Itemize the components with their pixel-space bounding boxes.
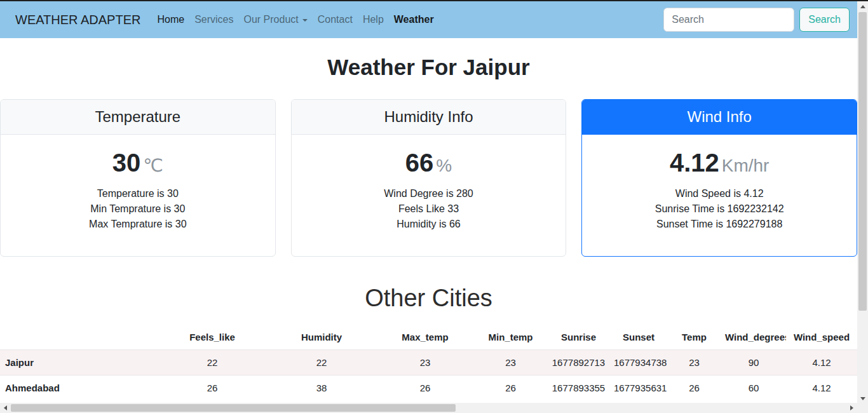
table-cell: 26 bbox=[474, 376, 547, 401]
humidity-line: Wind Degree is 280 bbox=[302, 186, 556, 201]
table-row: Ahmedabad 26 38 26 26 1677893355 1677935… bbox=[0, 376, 857, 401]
wind-value: 4.12 bbox=[670, 149, 719, 177]
temperature-card-header: Temperature bbox=[1, 100, 275, 135]
humidity-card-body: 66% Wind Degree is 280 Feels Like 33 Hum… bbox=[292, 135, 566, 256]
table-cell: 26 bbox=[376, 376, 474, 401]
table-header-feels-like: Feels_like bbox=[158, 325, 267, 350]
wind-card-header: Wind Info bbox=[582, 100, 857, 135]
other-cities-title: Other Cities bbox=[0, 285, 857, 312]
table-cell: 26 bbox=[667, 376, 721, 401]
table-header-wind-degrees: Wind_degrees bbox=[721, 325, 786, 350]
table-cell: 23 bbox=[667, 350, 721, 376]
table-header-city bbox=[0, 325, 158, 350]
vertical-scrollbar-thumb[interactable] bbox=[858, 12, 867, 311]
scroll-right-button[interactable] bbox=[846, 403, 857, 413]
wind-line: Wind Speed is 4.12 bbox=[592, 186, 846, 201]
arrow-left-icon bbox=[4, 405, 7, 410]
page-title: Weather For Jaipur bbox=[0, 55, 857, 80]
browser-viewport: WEATHER ADAPTER Home Services Our Produc… bbox=[0, 0, 868, 413]
humidity-card: Humidity Info 66% Wind Degree is 280 Fee… bbox=[291, 99, 567, 257]
temperature-card: Temperature 30℃ Temperature is 30 Min Te… bbox=[0, 99, 276, 257]
table-cell: 23 bbox=[376, 350, 474, 376]
table-header-sunset: Sunset bbox=[610, 325, 667, 350]
horizontal-scrollbar[interactable] bbox=[0, 403, 857, 413]
table-cell: 23 bbox=[474, 350, 547, 376]
table-row: Jaipur 22 22 23 23 1677892713 1677934738… bbox=[0, 350, 857, 376]
search-input[interactable] bbox=[663, 8, 794, 32]
temperature-card-body: 30℃ Temperature is 30 Min Temprature is … bbox=[1, 135, 275, 256]
table-cell: 1677934738 bbox=[610, 350, 667, 376]
scrollbar-corner bbox=[857, 403, 868, 413]
humidity-unit: % bbox=[436, 156, 452, 175]
scroll-left-button[interactable] bbox=[0, 403, 11, 413]
wind-card: Wind Info 4.12Km/hr Wind Speed is 4.12 S… bbox=[581, 99, 857, 257]
humidity-line: Feels Like 33 bbox=[302, 201, 556, 217]
search-group: Search bbox=[663, 8, 850, 32]
table-cell: 22 bbox=[158, 350, 267, 376]
table-cell: 60 bbox=[721, 376, 786, 401]
wind-card-body: 4.12Km/hr Wind Speed is 4.12 Sunrise Tim… bbox=[582, 135, 857, 256]
weather-cards: Temperature 30℃ Temperature is 30 Min Te… bbox=[0, 99, 857, 257]
nav-item-our-product-label: Our Product bbox=[243, 14, 298, 25]
arrow-right-icon bbox=[850, 405, 853, 410]
table-cell-city: Ahmedabad bbox=[0, 376, 158, 401]
humidity-line: Humidity is 66 bbox=[302, 217, 556, 232]
table-header-row: Feels_like Humidity Max_temp Min_temp Su… bbox=[0, 325, 857, 350]
other-cities-table: Feels_like Humidity Max_temp Min_temp Su… bbox=[0, 325, 857, 400]
table-header-wind-speed: Wind_speed bbox=[786, 325, 857, 350]
nav-item-services[interactable]: Services bbox=[189, 9, 238, 30]
wind-unit: Km/hr bbox=[722, 156, 770, 175]
nav-item-help[interactable]: Help bbox=[358, 9, 389, 30]
table-cell: 22 bbox=[267, 350, 376, 376]
nav-item-contact[interactable]: Contact bbox=[313, 9, 358, 30]
table-header-humidity: Humidity bbox=[267, 325, 376, 350]
nav-item-home[interactable]: Home bbox=[152, 9, 189, 30]
table-header-sunrise: Sunrise bbox=[547, 325, 610, 350]
wind-line: Sunrise Time is 1692232142 bbox=[592, 201, 846, 217]
table-header-max-temp: Max_temp bbox=[376, 325, 474, 350]
table-cell: 1677935631 bbox=[610, 376, 667, 401]
table-cell: 90 bbox=[721, 350, 786, 376]
humidity-value: 66 bbox=[405, 149, 434, 177]
table-header-temp: Temp bbox=[667, 325, 721, 350]
temperature-line: Temperature is 30 bbox=[11, 186, 265, 201]
nav-item-weather[interactable]: Weather bbox=[389, 9, 439, 30]
scroll-up-button[interactable] bbox=[857, 1, 868, 12]
table-cell: 26 bbox=[158, 376, 267, 401]
table-cell: 1677892713 bbox=[547, 350, 610, 376]
nav-item-our-product[interactable]: Our Product bbox=[238, 9, 312, 30]
table-cell: 4.12 bbox=[786, 376, 857, 401]
arrow-down-icon bbox=[860, 397, 865, 400]
humidity-card-header: Humidity Info bbox=[292, 100, 566, 135]
navbar-brand[interactable]: WEATHER ADAPTER bbox=[15, 13, 140, 27]
vertical-scrollbar[interactable] bbox=[857, 1, 868, 404]
navbar: WEATHER ADAPTER Home Services Our Produc… bbox=[0, 1, 857, 38]
table-cell: 38 bbox=[267, 376, 376, 401]
table-cell: 4.12 bbox=[786, 350, 857, 376]
temperature-unit: ℃ bbox=[143, 156, 163, 175]
temperature-line: Max Temprature is 30 bbox=[11, 217, 265, 232]
wind-line: Sunset Time is 1692279188 bbox=[592, 217, 846, 232]
search-button[interactable]: Search bbox=[799, 8, 850, 32]
temperature-value-row: 30℃ bbox=[11, 149, 265, 177]
arrow-up-icon bbox=[860, 5, 865, 8]
table-cell-city: Jaipur bbox=[0, 350, 158, 376]
humidity-value-row: 66% bbox=[302, 149, 556, 177]
chevron-down-icon bbox=[302, 19, 308, 22]
temperature-value: 30 bbox=[112, 149, 141, 177]
nav-menu: Home Services Our Product Contact Help W… bbox=[152, 9, 438, 30]
horizontal-scrollbar-thumb[interactable] bbox=[11, 404, 456, 412]
table-cell: 1677893355 bbox=[547, 376, 610, 401]
page: WEATHER ADAPTER Home Services Our Produc… bbox=[0, 1, 857, 404]
wind-value-row: 4.12Km/hr bbox=[592, 149, 846, 177]
table-header-min-temp: Min_temp bbox=[474, 325, 547, 350]
temperature-line: Min Temprature is 30 bbox=[11, 201, 265, 217]
